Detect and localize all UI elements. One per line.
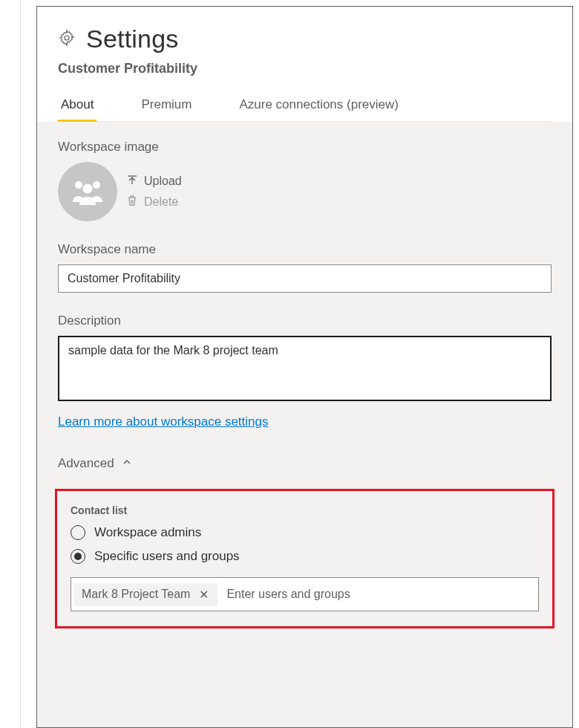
title-row: Settings [58, 25, 552, 53]
tab-premium[interactable]: Premium [138, 90, 194, 122]
tabs: About Premium Azure connections (preview… [58, 90, 552, 122]
radio-specific-users[interactable]: Specific users and groups [71, 549, 539, 564]
gear-icon [58, 29, 76, 50]
workspace-image-row: Upload Delete [58, 162, 552, 221]
tab-azure-connections[interactable]: Azure connections (preview) [236, 90, 401, 122]
workspace-name-label: Workspace name [58, 242, 552, 257]
radio-icon-selected [71, 549, 85, 564]
upload-icon [126, 174, 138, 189]
settings-panel: Settings Customer Profitability About Pr… [36, 6, 573, 728]
description-label: Description [58, 313, 552, 328]
advanced-toggle[interactable]: Advanced [58, 456, 552, 471]
chip-remove-icon[interactable]: ✕ [197, 588, 210, 602]
workspace-subtitle: Customer Profitability [58, 61, 552, 77]
workspace-avatar [58, 162, 117, 221]
contact-list-label: Contact list [71, 504, 539, 516]
svg-point-3 [83, 184, 93, 194]
user-chip: Mark 8 Project Team ✕ [74, 583, 217, 606]
tab-content-about: Workspace image [37, 122, 572, 727]
workspace-image-label: Workspace image [58, 140, 552, 155]
upload-button[interactable]: Upload [126, 174, 182, 189]
panel-header: Settings Customer Profitability About Pr… [37, 7, 572, 122]
radio-workspace-admins[interactable]: Workspace admins [71, 525, 539, 540]
trash-icon [126, 195, 138, 209]
delete-button[interactable]: Delete [126, 195, 182, 209]
chip-label: Mark 8 Project Team [82, 588, 190, 601]
page-title: Settings [86, 25, 178, 53]
workspace-image-actions: Upload Delete [126, 174, 182, 209]
description-textarea[interactable] [58, 336, 552, 401]
svg-point-0 [65, 36, 69, 40]
svg-point-2 [93, 181, 100, 189]
workspace-name-block: Workspace name [58, 242, 552, 293]
radio-icon [71, 525, 85, 540]
description-block: Description Learn more about workspace s… [58, 313, 552, 429]
contact-list-section: Contact list Workspace admins Specific u… [55, 489, 555, 628]
people-picker[interactable]: Mark 8 Project Team ✕ [71, 577, 539, 611]
delete-label: Delete [144, 195, 178, 209]
radio-admins-label: Workspace admins [94, 525, 201, 540]
upload-label: Upload [144, 175, 182, 188]
left-nav-strip [0, 0, 21, 728]
chevron-up-icon [122, 456, 132, 471]
tab-about[interactable]: About [58, 90, 96, 122]
learn-more-link[interactable]: Learn more about workspace settings [58, 415, 269, 429]
people-picker-input[interactable] [217, 581, 535, 608]
radio-specific-label: Specific users and groups [94, 549, 240, 564]
workspace-name-input[interactable] [58, 264, 552, 293]
svg-point-1 [75, 181, 82, 189]
advanced-label: Advanced [58, 456, 114, 471]
